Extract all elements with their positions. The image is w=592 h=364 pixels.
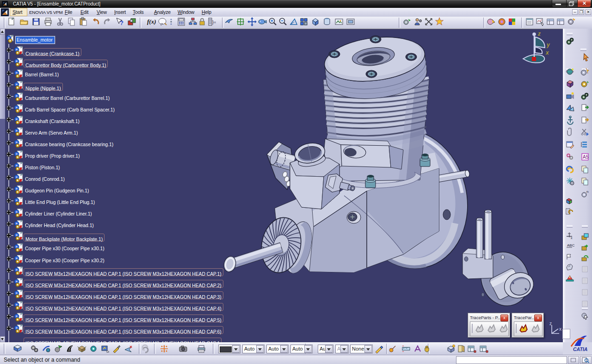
svg-text:z: z <box>549 321 552 326</box>
svg-text:CATIA: CATIA <box>573 346 587 352</box>
svg-text:x: x <box>545 49 549 56</box>
svg-text:A5: A5 <box>583 154 589 160</box>
svg-text:x: x <box>571 236 573 240</box>
svg-text:n: n <box>586 190 588 194</box>
svg-text:y: y <box>546 42 550 48</box>
svg-text:ABC: ABC <box>567 243 574 247</box>
svg-text:x: x <box>559 327 561 332</box>
svg-text:z: z <box>537 31 541 37</box>
